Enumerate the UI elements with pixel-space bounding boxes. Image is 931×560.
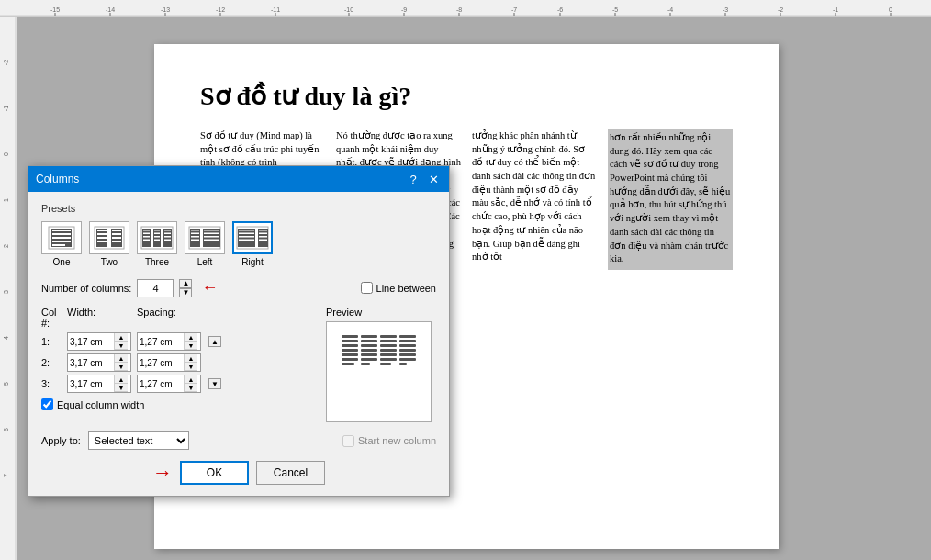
ws-header-col: Col #:	[41, 307, 62, 329]
svg-rect-75	[154, 240, 160, 241]
num-cols-down[interactable]: ▼	[179, 288, 192, 297]
ws-row1-spacing-group: ▲ ▼	[137, 332, 201, 351]
svg-text:-12: -12	[216, 6, 225, 13]
svg-text:-15: -15	[50, 6, 60, 13]
preset-two-label: Two	[101, 257, 118, 267]
preset-right-icon	[232, 221, 273, 254]
svg-text:6: 6	[3, 428, 9, 431]
ws-row3-width-dn[interactable]: ▼	[115, 384, 128, 392]
ws-row1-num: 1:	[41, 336, 62, 347]
ws-row1-spacing[interactable]	[138, 336, 184, 348]
svg-rect-97	[239, 240, 254, 241]
ws-header-width: Width:	[67, 307, 131, 329]
apply-select[interactable]: Selected text Whole document This point …	[88, 431, 189, 450]
col3-text: tưởng khác phân nhánh từ những ý tưởng c…	[472, 129, 597, 264]
ws-row1-spacing-dn[interactable]: ▼	[185, 342, 197, 350]
ws-preview-row: Col #: Width: Spacing: 1: ▲ ▼	[41, 307, 436, 422]
titlebar-buttons: ? ✕	[405, 171, 442, 187]
dialog-body: Presets One	[28, 192, 449, 496]
equal-col-label: Equal column width	[57, 399, 144, 410]
cancel-button[interactable]: Cancel	[256, 461, 325, 485]
svg-rect-89	[204, 236, 219, 238]
svg-rect-51	[52, 241, 71, 242]
ws-row2-spacing-group: ▲ ▼	[137, 353, 201, 372]
svg-rect-83	[191, 230, 199, 231]
ws-row3-spacing-spin: ▲ ▼	[184, 375, 197, 392]
svg-rect-79	[164, 240, 171, 241]
close-button[interactable]: ✕	[425, 171, 442, 187]
ws-row1-spacing-up[interactable]: ▲	[185, 333, 197, 342]
ruler-left: -2 -1 0 1 2 3 4 5 6 7	[0, 17, 17, 560]
ok-arrow-indicator: →	[152, 461, 173, 485]
svg-rect-76	[164, 230, 171, 231]
ws-row2-spacing-spin: ▲ ▼	[184, 354, 197, 371]
svg-rect-101	[259, 240, 267, 241]
ws-row3-width-up[interactable]: ▲	[115, 375, 128, 384]
line-between-checkbox[interactable]	[361, 282, 373, 294]
col1-text: Sơ đồ tư duy (Mind map) là một sơ đồ cấu…	[200, 129, 325, 170]
ws-row2-spacing[interactable]	[138, 357, 184, 369]
ws-row1-width[interactable]	[68, 336, 114, 348]
svg-text:-10: -10	[344, 6, 353, 13]
svg-rect-88	[204, 233, 219, 235]
ws-row1-width-dn[interactable]: ▼	[115, 342, 128, 350]
ws-row3-width[interactable]	[68, 378, 114, 390]
svg-text:-1: -1	[833, 6, 838, 13]
ws-row3-spacing-up[interactable]: ▲	[185, 375, 197, 384]
preset-one[interactable]: One	[41, 221, 82, 267]
svg-rect-34	[0, 17, 17, 560]
svg-rect-50	[52, 237, 71, 239]
ok-button[interactable]: OK	[180, 461, 249, 485]
svg-text:-2: -2	[3, 60, 9, 65]
svg-text:-7: -7	[511, 6, 517, 13]
ws-row2-spacing-up[interactable]: ▲	[185, 354, 197, 363]
ws-row2-width-dn[interactable]: ▼	[115, 363, 128, 371]
ws-row3-spacing-dn[interactable]: ▼	[185, 384, 197, 392]
apply-row: Apply to: Selected text Whole document T…	[41, 431, 436, 450]
preset-three-icon	[137, 221, 177, 254]
svg-rect-73	[154, 233, 160, 235]
ws-row3-spacing[interactable]	[138, 378, 184, 390]
help-button[interactable]: ?	[405, 171, 421, 187]
ws-row1-width-group: ▲ ▼	[67, 332, 131, 351]
svg-text:-14: -14	[106, 6, 115, 13]
svg-text:-11: -11	[271, 6, 280, 13]
preset-three[interactable]: Three	[137, 221, 177, 267]
svg-text:0: 0	[889, 6, 892, 13]
svg-rect-98	[259, 230, 267, 231]
num-cols-input[interactable]	[137, 279, 174, 297]
ws-row2-width[interactable]	[68, 357, 114, 369]
ws-header-spacing: Spacing:	[137, 307, 201, 329]
svg-text:1: 1	[3, 198, 9, 202]
svg-rect-100	[259, 236, 267, 238]
start-new-checkbox[interactable]	[342, 435, 354, 447]
ws-row1-width-spin: ▲ ▼	[114, 333, 128, 350]
svg-rect-52	[52, 244, 65, 246]
svg-rect-95	[239, 233, 254, 235]
ws-row2-width-up[interactable]: ▲	[115, 354, 128, 363]
ws-row1-width-up[interactable]: ▲	[115, 333, 128, 342]
svg-rect-60	[112, 230, 121, 231]
ws-row2-width-spin: ▲ ▼	[114, 354, 128, 371]
start-new-label: Start new column	[358, 435, 436, 446]
svg-rect-77	[164, 233, 171, 235]
svg-rect-70	[143, 236, 150, 238]
num-cols-up[interactable]: ▲	[179, 279, 192, 288]
preset-right[interactable]: Right	[232, 221, 273, 267]
svg-rect-87	[204, 230, 219, 231]
ws-row-1: 1: ▲ ▼ ▲ ▼	[41, 332, 317, 351]
ws-scroll-btns: ▲	[208, 336, 221, 347]
ws-row2-width-group: ▲ ▼	[67, 353, 131, 372]
preset-left[interactable]: Left	[185, 221, 225, 267]
equal-col-checkbox[interactable]	[41, 398, 53, 410]
ws-scroll-dn[interactable]: ▼	[208, 378, 221, 389]
svg-rect-72	[154, 230, 160, 231]
svg-text:-4: -4	[667, 6, 673, 13]
ws-row2-spacing-dn[interactable]: ▼	[185, 363, 197, 371]
ws-scroll-up[interactable]: ▲	[208, 336, 221, 347]
ws-row3-width-spin: ▲ ▼	[114, 375, 128, 392]
preset-one-label: One	[53, 257, 71, 267]
svg-text:5: 5	[3, 382, 9, 386]
preset-two[interactable]: Two	[89, 221, 129, 267]
ws-scroll-btns-dn: ▼	[208, 378, 221, 389]
